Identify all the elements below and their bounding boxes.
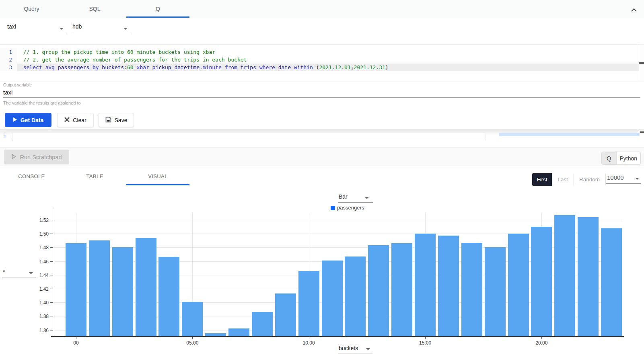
bar-09:00[interactable]: [275, 293, 296, 336]
save-button[interactable]: Save: [99, 113, 134, 127]
bar-08:00[interactable]: [252, 312, 273, 336]
bar-16:00[interactable]: [438, 236, 459, 336]
x-field-value: buckets: [339, 345, 358, 351]
bar-18:00[interactable]: [485, 247, 506, 336]
bar-07:00[interactable]: [228, 328, 249, 336]
bar-22:00[interactable]: [578, 217, 599, 336]
y-tick: [50, 289, 53, 289]
bar-chart: 1.361.381.401.421.441.461.481.501.520005…: [53, 213, 622, 336]
y-tick-label: 1.38: [25, 314, 49, 319]
sample-last-button[interactable]: Last: [552, 173, 573, 186]
series-column-value: *: [3, 269, 5, 275]
sample-random-button[interactable]: Random: [573, 173, 605, 186]
tab-query[interactable]: Query: [0, 0, 63, 18]
code-line[interactable]: 3 select avg passengers by buckets:60 xb…: [0, 64, 644, 71]
y-tick: [50, 330, 53, 330]
chart-type-select[interactable]: Bar: [338, 193, 373, 203]
play-outline-icon: [12, 154, 16, 160]
bar-02:00[interactable]: [112, 247, 133, 336]
y-tick-label: 1.36: [25, 328, 49, 333]
run-scratchpad-button[interactable]: Run Scratchpad: [4, 150, 69, 164]
bar-19:00[interactable]: [508, 234, 529, 336]
y-axis-line: [53, 208, 53, 336]
connection-select[interactable]: hdb: [72, 23, 131, 34]
clear-label: Clear: [73, 117, 86, 123]
x-tick-label: 05:00: [180, 340, 204, 346]
x-tick: [309, 337, 309, 339]
y-tick-label: 1.52: [25, 218, 49, 223]
get-data-button[interactable]: Get Data: [5, 113, 51, 127]
tab-visual[interactable]: VISUAL: [126, 168, 189, 185]
line-number: 2: [0, 56, 17, 64]
y-tick-label: 1.48: [25, 245, 49, 250]
code-token: pickup_datetime: [152, 64, 200, 70]
run-scratchpad-label: Run Scratchpad: [20, 154, 62, 160]
target-select[interactable]: taxi: [6, 23, 66, 34]
bar-11:00[interactable]: [322, 261, 343, 336]
code-token: // 2. get the average number of passenge…: [23, 57, 247, 63]
kx-query-window: Query SQL Q taxi hdb 1 // 1. group the p…: [0, 0, 644, 355]
tab-q[interactable]: Q: [126, 0, 189, 18]
y-gridline: [53, 220, 622, 220]
language-toggle-python[interactable]: Python: [616, 152, 640, 164]
clear-button[interactable]: Clear: [57, 113, 94, 127]
sample-mode-group: First Last Random: [532, 173, 606, 186]
bar-01:00[interactable]: [89, 240, 110, 336]
connection-select-value: hdb: [72, 23, 82, 30]
y-tick-label: 1.50: [25, 231, 49, 237]
bar-10:00[interactable]: [298, 271, 319, 336]
code-line[interactable]: 1 // 1. group the pickup time into 60 mi…: [0, 48, 644, 56]
x-field-select[interactable]: buckets: [338, 345, 372, 353]
code-token: by: [93, 64, 102, 70]
bar-03:00[interactable]: [136, 238, 156, 336]
chevron-down-icon: [635, 178, 639, 180]
code-lines: 1 // 1. group the pickup time into 60 mi…: [0, 48, 644, 71]
chevron-down-icon: [365, 197, 369, 199]
bar-23:00[interactable]: [601, 228, 622, 336]
scratchpad-line-number: 1: [3, 133, 6, 140]
y-tick: [50, 261, 53, 262]
bar-12:00[interactable]: [345, 257, 366, 336]
editor-scrollbar-thumb[interactable]: [639, 62, 644, 64]
collapse-panel-button[interactable]: [631, 6, 637, 14]
code-token: date: [278, 64, 294, 70]
code-token: 60: [127, 64, 136, 70]
row-limit-select[interactable]: 10000: [606, 174, 641, 184]
x-tick: [192, 337, 193, 339]
tab-table[interactable]: TABLE: [63, 168, 126, 185]
tab-console[interactable]: CONSOLE: [0, 168, 63, 185]
code-token: avg: [45, 64, 58, 70]
bar-15:00[interactable]: [415, 234, 436, 336]
active-tab-underline: [126, 16, 189, 18]
sample-first-button[interactable]: First: [532, 173, 552, 186]
output-variable-input[interactable]: taxi: [3, 89, 12, 96]
bar-20:00[interactable]: [531, 227, 552, 336]
code-token: where: [259, 64, 278, 70]
language-toggle-q[interactable]: Q: [602, 152, 616, 164]
q-code-editor[interactable]: 1 // 1. group the pickup time into 60 mi…: [0, 44, 644, 82]
close-icon: [64, 117, 70, 123]
scratchpad-scrollbar-thumb[interactable]: [640, 131, 644, 133]
code-token: xbar: [136, 64, 152, 70]
tab-sql[interactable]: SQL: [63, 0, 126, 18]
y-tick: [50, 220, 53, 220]
bar-06:00[interactable]: [205, 333, 226, 336]
bar-00:00[interactable]: [66, 243, 86, 336]
query-mode-tabbar: Query SQL Q: [0, 0, 644, 18]
bar-21:00[interactable]: [554, 215, 575, 336]
scratchpad-input[interactable]: [12, 133, 486, 141]
bar-05:00[interactable]: [182, 302, 203, 336]
bar-17:00[interactable]: [461, 243, 482, 336]
code-token: 2021.12.31: [354, 64, 385, 70]
bar-14:00[interactable]: [391, 243, 412, 336]
x-tick: [541, 337, 542, 339]
target-select-value: taxi: [7, 23, 16, 30]
y-tick: [50, 316, 53, 316]
x-tick-label: 10:00: [297, 340, 321, 346]
x-tick-label: 15:00: [413, 340, 437, 346]
code-token: minute: [203, 64, 225, 70]
y-tick-label: 1.40: [25, 300, 49, 306]
code-line[interactable]: 2 // 2. get the average number of passen…: [0, 56, 644, 64]
bar-13:00[interactable]: [368, 245, 389, 336]
bar-04:00[interactable]: [158, 257, 179, 336]
